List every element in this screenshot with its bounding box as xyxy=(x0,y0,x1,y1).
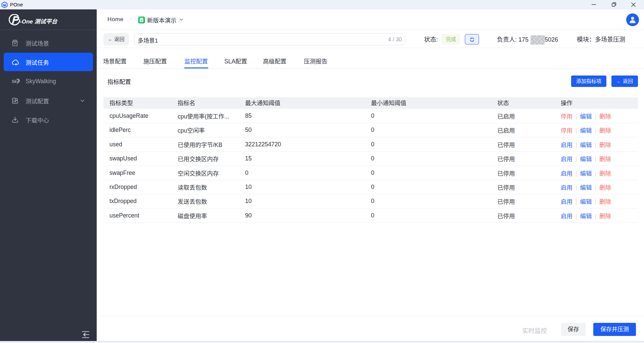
svg-text:Sky: Sky xyxy=(12,79,19,84)
